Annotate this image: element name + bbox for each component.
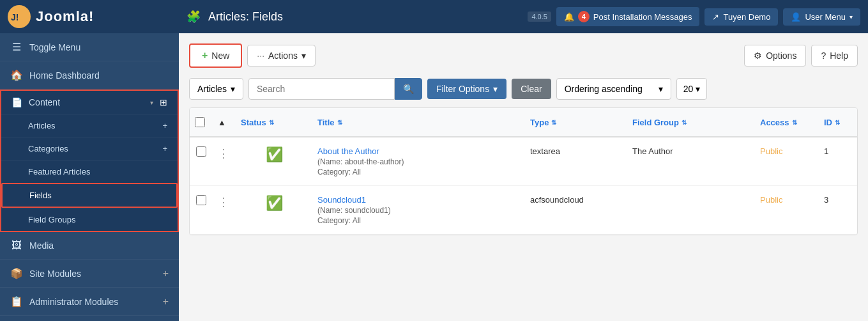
user-circle-icon: 👤 xyxy=(791,12,801,22)
search-button[interactable]: 🔍 xyxy=(395,78,422,100)
fields-label: Fields xyxy=(29,191,52,200)
access-column-label: Access xyxy=(760,118,789,127)
drag-handle-icon-2[interactable]: ⋮ xyxy=(218,195,231,209)
puzzle-icon: 🧩 xyxy=(187,10,201,24)
table-row: ⋮ ✅ About the Author (Name: about-the-au… xyxy=(190,137,857,186)
page-title: Articles: Fields xyxy=(208,10,283,24)
sidebar-item-featured[interactable]: Featured Articles xyxy=(1,160,178,183)
drag-handle-icon-1[interactable]: ⋮ xyxy=(218,146,231,160)
sort-type-icon: ⇅ xyxy=(551,119,556,126)
row-checkbox-1[interactable] xyxy=(196,146,206,157)
articles-dropdown-label: Articles xyxy=(197,84,227,94)
media-icon: 🖼 xyxy=(10,240,23,251)
file-icon: 📄 xyxy=(11,97,22,107)
search-input[interactable] xyxy=(248,78,395,100)
grid-icon: ⊞ xyxy=(160,97,167,107)
status-published-icon-1[interactable]: ✅ xyxy=(266,146,283,163)
sidebar-item-site-modules[interactable]: 📦 Site Modules + xyxy=(0,260,179,288)
row-title-link-1[interactable]: About the Author xyxy=(317,146,379,156)
plus-icon: + xyxy=(202,50,208,61)
post-install-button[interactable]: 🔔 4 Post Installation Messages xyxy=(556,7,700,26)
navbar-center: 🧩 Articles: Fields xyxy=(187,10,528,24)
reorder-icon: ▲ xyxy=(218,118,226,127)
plus-categories-icon[interactable]: + xyxy=(162,144,167,153)
chevron-down-actions-icon: ▾ xyxy=(301,51,306,61)
status-published-icon-2[interactable]: ✅ xyxy=(266,195,283,212)
sidebar-item-media[interactable]: 🖼 Media xyxy=(0,232,179,260)
ordering-dropdown[interactable]: Ordering ascending ▾ xyxy=(556,78,671,100)
td-reorder-1[interactable]: ⋮ xyxy=(213,144,236,163)
th-reorder: ▲ xyxy=(213,114,236,130)
th-title[interactable]: Title ⇅ xyxy=(312,114,525,130)
options-button[interactable]: ⚙ Options xyxy=(744,45,806,67)
logo-text: Joomla! xyxy=(36,8,94,25)
categories-label: Categories xyxy=(28,144,68,153)
sidebar-item-toggle[interactable]: ☰ Toggle Menu xyxy=(0,33,179,61)
user-menu-button[interactable]: 👤 User Menu ▾ xyxy=(783,8,860,26)
filter-bar: Articles ▾ 🔍 Filter Options ▾ Clear Orde… xyxy=(189,78,858,100)
sort-field-group-icon: ⇅ xyxy=(681,119,687,126)
sidebar-item-categories[interactable]: Categories + xyxy=(1,137,178,160)
articles-dropdown[interactable]: Articles ▾ xyxy=(189,78,243,100)
sidebar-item-content[interactable]: 📄 Content ▾ ⊞ xyxy=(1,91,178,114)
plus-site-modules-icon[interactable]: + xyxy=(163,268,169,279)
type-value-2: acfsoundcloud xyxy=(530,195,584,205)
th-field-group[interactable]: Field Group ⇅ xyxy=(627,114,755,130)
field-groups-label: Field Groups xyxy=(28,215,75,224)
page-count-value: 20 xyxy=(683,84,694,94)
field-group-column-label: Field Group xyxy=(632,118,679,127)
actions-button[interactable]: ··· Actions ▾ xyxy=(247,45,316,67)
td-access-2: Public xyxy=(755,192,819,207)
th-type[interactable]: Type ⇅ xyxy=(525,114,627,130)
td-field-group-1: The Author xyxy=(627,144,755,159)
id-value-2: 3 xyxy=(824,195,828,205)
content-area: + New ··· Actions ▾ ⚙ Options ? Help xyxy=(179,33,868,321)
row-title-link-2[interactable]: Soundcloud1 xyxy=(317,195,366,205)
home-label: Home Dashboard xyxy=(29,70,169,81)
plus-admin-modules-icon[interactable]: + xyxy=(163,296,169,308)
plus-articles-icon[interactable]: + xyxy=(162,121,167,130)
sort-access-icon: ⇅ xyxy=(792,119,797,126)
top-navbar: J! Joomla! 🧩 Articles: Fields 4.0.5 🔔 4 … xyxy=(0,0,868,33)
td-type-2: acfsoundcloud xyxy=(525,192,627,207)
td-checkbox-1 xyxy=(190,144,213,159)
td-id-2: 3 xyxy=(819,192,857,207)
chevron-down-ordering-icon: ▾ xyxy=(659,84,663,94)
th-id[interactable]: ID ⇅ xyxy=(819,114,857,130)
new-button[interactable]: + New xyxy=(189,43,242,68)
toolbar-right: ⚙ Options ? Help xyxy=(744,45,858,67)
filter-options-button[interactable]: Filter Options ▾ xyxy=(427,79,506,99)
logo-area: J! Joomla! xyxy=(8,5,187,28)
th-access[interactable]: Access ⇅ xyxy=(755,114,819,130)
site-modules-label: Site Modules xyxy=(29,269,156,279)
td-title-1: About the Author (Name: about-the-author… xyxy=(312,144,525,179)
sidebar-item-articles[interactable]: Articles + xyxy=(1,114,178,137)
external-link-icon: ↗ xyxy=(712,12,719,22)
th-status[interactable]: Status ⇅ xyxy=(236,114,312,130)
row-name-1: (Name: about-the-author) xyxy=(317,157,404,166)
help-button[interactable]: ? Help xyxy=(811,45,858,67)
sidebar-item-home[interactable]: 🏠 Home Dashboard xyxy=(0,61,179,90)
search-icon: 🔍 xyxy=(403,84,414,94)
select-all-checkbox[interactable] xyxy=(195,117,205,127)
id-column-label: ID xyxy=(824,118,832,127)
question-icon: ? xyxy=(821,51,826,61)
modules-icon: 📦 xyxy=(10,267,23,279)
user-profile-button[interactable]: ↗ Tuyen Demo xyxy=(704,8,778,26)
sidebar-item-fields[interactable]: Fields xyxy=(1,183,178,208)
notification-badge: 4 xyxy=(578,11,590,22)
field-group-value-1: The Author xyxy=(632,146,673,156)
td-reorder-2[interactable]: ⋮ xyxy=(213,192,236,212)
filter-options-label: Filter Options xyxy=(436,84,489,94)
clear-button[interactable]: Clear xyxy=(512,79,551,99)
table-row: ⋮ ✅ Soundcloud1 (Name: soundcloud1) Cate… xyxy=(190,186,857,235)
td-status-1: ✅ xyxy=(236,144,312,166)
sidebar-item-field-groups[interactable]: Field Groups xyxy=(1,208,178,231)
sidebar-item-admin-modules[interactable]: 📋 Administrator Modules + xyxy=(0,288,179,316)
sort-id-icon: ⇅ xyxy=(835,119,840,126)
table-header: ▲ Status ⇅ Title ⇅ Type ⇅ Field Group ⇅ xyxy=(190,108,857,137)
articles-label: Articles xyxy=(28,121,56,130)
post-install-label: Post Installation Messages xyxy=(593,12,692,22)
page-count-dropdown[interactable]: 20 ▾ xyxy=(676,78,708,100)
row-checkbox-2[interactable] xyxy=(196,195,206,205)
